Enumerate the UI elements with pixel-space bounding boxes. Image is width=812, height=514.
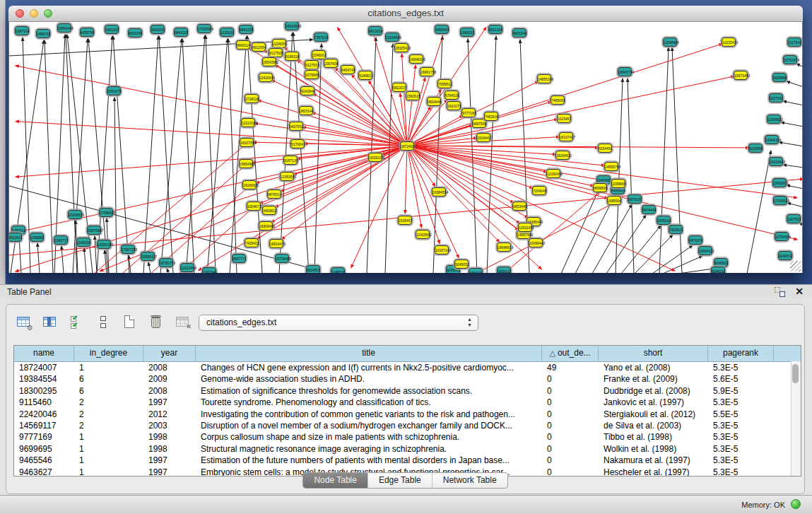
tab-network-table[interactable]: Network Table bbox=[433, 472, 508, 489]
graph-node[interactable]: 3493822 bbox=[262, 206, 276, 215]
delete-column-icon[interactable] bbox=[147, 313, 165, 332]
table-row[interactable]: 1938455462009Genome-wide association stu… bbox=[14, 373, 801, 385]
graph-node[interactable]: 9497568 bbox=[472, 119, 486, 128]
graph-node[interactable]: 12215419 bbox=[722, 37, 736, 47]
graph-node[interactable]: 16640910 bbox=[409, 54, 423, 64]
graph-node[interactable]: 12160456 bbox=[546, 169, 560, 178]
graph-node[interactable]: 1546001 bbox=[312, 50, 326, 59]
graph-node[interactable]: 5170041 bbox=[290, 139, 305, 148]
graph-node[interactable]: 9427552 bbox=[289, 122, 303, 131]
graph-node[interactable]: 15718485 bbox=[275, 254, 289, 263]
column-header-pagerank[interactable]: pagerank bbox=[708, 346, 774, 361]
graph-node[interactable]: 1245530 bbox=[331, 267, 345, 273]
graph-node[interactable]: 1535457 bbox=[398, 216, 412, 225]
graph-node[interactable]: 1685994 bbox=[607, 196, 621, 205]
graph-node[interactable]: 12093822 bbox=[767, 115, 781, 124]
graph-node[interactable]: 17016514 bbox=[773, 196, 787, 205]
graph-node[interactable]: 10654112 bbox=[698, 246, 712, 255]
graph-node[interactable]: 15751874 bbox=[783, 55, 797, 64]
graph-node[interactable]: 9657771 bbox=[232, 254, 246, 263]
graph-node[interactable]: 16210643 bbox=[769, 157, 783, 166]
graph-node[interactable]: 8267130 bbox=[283, 156, 298, 165]
table-row[interactable]: 2242004622012Investigating the contribut… bbox=[14, 409, 801, 420]
graph-node[interactable]: 1956702 bbox=[36, 29, 50, 38]
graph-node[interactable]: 1145194 bbox=[76, 238, 90, 247]
graph-node[interactable]: 30975887 bbox=[87, 226, 101, 235]
table-dropdown[interactable]: citations_edges.txt ▲▼ bbox=[199, 315, 478, 331]
graph-node[interactable]: 10958107 bbox=[141, 252, 155, 261]
unselect-columns-icon[interactable] bbox=[94, 313, 112, 332]
graph-node[interactable]: 14855309 bbox=[537, 74, 551, 83]
table-row[interactable]: 1456911722003Disruption of a novel membe… bbox=[14, 420, 801, 431]
graph-node[interactable]: 9242844 bbox=[300, 86, 314, 95]
scrollbar-thumb[interactable] bbox=[792, 364, 799, 383]
network-window-titlebar[interactable]: citations_edges.txt bbox=[8, 6, 803, 22]
graph-node[interactable]: 1215101 bbox=[220, 28, 234, 37]
graph-node[interactable]: 9245032 bbox=[711, 267, 725, 273]
graph-node[interactable]: 7485083 bbox=[551, 95, 565, 105]
column-header-in-degree[interactable]: in_degree bbox=[74, 346, 143, 361]
graph-node[interactable]: 9245052 bbox=[454, 259, 469, 269]
graph-node[interactable]: 2367608 bbox=[324, 59, 338, 68]
graph-node[interactable]: 23218506 bbox=[385, 33, 399, 42]
graph-node[interactable]: 2718126 bbox=[245, 94, 259, 103]
graph-node[interactable]: 11415542 bbox=[416, 230, 430, 239]
graph-node[interactable]: 7462630 bbox=[484, 112, 498, 121]
window-resize-grip[interactable] bbox=[790, 261, 801, 271]
graph-node[interactable]: 15692871 bbox=[772, 178, 787, 187]
table-row[interactable]: 911546021997Tourette syndrome. Phenomeno… bbox=[14, 397, 801, 408]
graph-node[interactable]: 1620331 bbox=[151, 25, 165, 34]
graph-node[interactable]: 1156869 bbox=[30, 233, 44, 242]
graph-node[interactable]: 8454749 bbox=[341, 65, 355, 74]
graph-node[interactable]: 9240532 bbox=[778, 251, 792, 260]
graph-node[interactable]: 9841235 bbox=[239, 25, 253, 34]
graph-node[interactable]: 10973493 bbox=[734, 71, 748, 80]
graph-node[interactable]: 3913421 bbox=[8, 233, 22, 242]
graph-node[interactable]: 1696102 bbox=[497, 267, 511, 273]
graph-node[interactable]: 7357224 bbox=[314, 33, 328, 42]
table-row[interactable]: 1830029562008Estimation of significance … bbox=[14, 385, 801, 397]
graph-node[interactable]: 16643794 bbox=[618, 67, 632, 76]
graph-node[interactable]: 1123467 bbox=[557, 114, 571, 123]
graph-node[interactable]: 1292344 bbox=[202, 267, 216, 273]
graph-node[interactable]: 7932621 bbox=[669, 225, 683, 234]
graph-node[interactable]: 11531455 bbox=[518, 223, 532, 232]
graph-node[interactable]: 10046718 bbox=[247, 201, 261, 211]
graph-node[interactable]: 1099669 bbox=[611, 179, 625, 188]
graph-node[interactable]: 16543982 bbox=[262, 57, 276, 66]
graph-node[interactable]: 9841115 bbox=[174, 28, 188, 37]
column-header-out-de-[interactable]: △out_de... bbox=[542, 346, 599, 361]
graph-node[interactable]: 12505185 bbox=[97, 240, 111, 249]
graph-node[interactable]: 2803144 bbox=[299, 106, 313, 115]
tab-edge-table[interactable]: Edge Table bbox=[368, 472, 433, 489]
graph-node[interactable]: 1562615 bbox=[406, 91, 420, 100]
graph-node[interactable]: 2935114 bbox=[657, 216, 671, 225]
graph-node[interactable]: 9904448 bbox=[427, 97, 441, 106]
graph-node[interactable]: 1342737 bbox=[54, 235, 68, 245]
graph-node[interactable]: 18300295 bbox=[368, 153, 382, 162]
graph-node[interactable]: 9631040 bbox=[512, 28, 526, 37]
graph-node[interactable]: 12923446 bbox=[180, 263, 194, 272]
graph-node[interactable]: 18724007 bbox=[400, 141, 414, 151]
network-canvas[interactable]: 1887104195670220691406405576010512079631… bbox=[8, 22, 803, 273]
graph-node[interactable]: 2316443 bbox=[476, 133, 490, 142]
graph-node[interactable]: 3375685 bbox=[305, 70, 319, 79]
graph-node[interactable]: 5822037 bbox=[392, 83, 406, 92]
graph-node[interactable]: 16033809 bbox=[285, 22, 299, 30]
vertical-scrollbar[interactable] bbox=[791, 361, 801, 476]
graph-node[interactable]: 1167533 bbox=[787, 214, 801, 223]
graph-node[interactable]: 14955798 bbox=[604, 162, 618, 171]
column-header-name[interactable]: name bbox=[14, 346, 74, 361]
graph-node[interactable]: 8813054 bbox=[368, 26, 382, 35]
graph-node[interactable]: 8912954 bbox=[252, 42, 266, 52]
graph-node[interactable]: 16782759 bbox=[159, 258, 173, 267]
table-row[interactable]: 969969511998Structural magnetic resonanc… bbox=[14, 443, 801, 455]
graph-node[interactable]: 9653449 bbox=[512, 201, 526, 211]
graph-node[interactable]: 11548408 bbox=[663, 37, 677, 47]
graph-node[interactable]: 19384554 bbox=[432, 187, 446, 197]
graph-node[interactable]: 9146821 bbox=[358, 71, 372, 80]
graph-node[interactable]: 10099442 bbox=[529, 238, 543, 247]
graph-node[interactable]: 8521104 bbox=[488, 25, 502, 34]
show-columns-icon[interactable] bbox=[41, 313, 59, 332]
graph-node[interactable]: 12704594 bbox=[775, 232, 789, 241]
